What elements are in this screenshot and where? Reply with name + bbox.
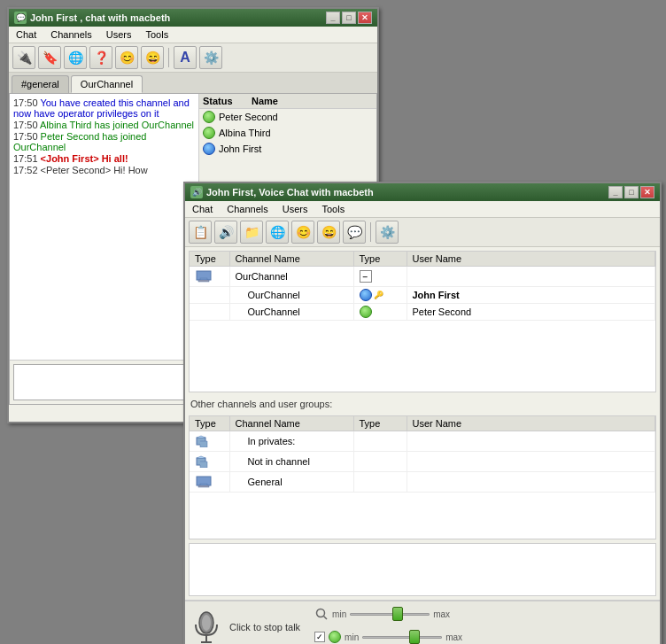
toolbar-separator [168, 48, 169, 67]
expand-icon[interactable]: − [360, 270, 372, 283]
channel-row-ourchannel[interactable]: OurChannel − [190, 267, 655, 287]
svg-rect-2 [198, 280, 209, 282]
vc-tool-6[interactable]: 😄 [317, 221, 340, 244]
tab-general[interactable]: #general [12, 75, 69, 93]
other-row-in-privates[interactable]: In privates: [190, 431, 655, 452]
search-icon [315, 608, 328, 620]
vc-main-table: Type Channel Name Type User Name [190, 252, 655, 321]
main-window-title: John First , chat with macbeth [30, 12, 170, 23]
magnifier-icon [314, 607, 329, 621]
other-col-type-2: Type [353, 416, 407, 431]
vc-menu-bar: Chat Channels Users Tools [185, 201, 660, 218]
vc-menu-users[interactable]: Users [279, 203, 312, 215]
user-row-john[interactable]: John First [199, 141, 376, 157]
channel-type-icon [190, 267, 229, 287]
slider2-min-label: min [345, 632, 359, 642]
tool-smiley[interactable]: 😊 [115, 46, 138, 69]
user-row-peter-vc[interactable]: OurChannel Peter Second [190, 304, 655, 321]
vc-maximize-button[interactable]: □ [624, 186, 639, 198]
slider-2[interactable] [362, 630, 442, 644]
tool-globe[interactable]: 🌐 [64, 46, 87, 69]
username-john: John First [219, 144, 261, 154]
status-col-header: Status [203, 96, 252, 106]
svg-rect-1 [200, 278, 207, 280]
slider-row-1: min max [314, 607, 462, 621]
menu-tools[interactable]: Tools [142, 28, 172, 41]
username-peter: Peter Second [219, 112, 278, 122]
message-1: 17:50 You have created this channel and … [13, 97, 195, 119]
sliders-container: min max ✓ min max [314, 607, 462, 644]
tool-smiley2[interactable]: 😄 [141, 46, 164, 69]
slider2-max-label: max [445, 632, 462, 642]
click-to-stop-label: Click to stop talk [229, 622, 300, 632]
slider-1[interactable] [350, 607, 430, 621]
vc-other-table: Type Channel Name Type User Name [190, 416, 655, 493]
user-row-john-vc[interactable]: OurChannel 🔑 John First [190, 287, 655, 304]
peter-status-icon [360, 306, 372, 318]
status-icon-albina [203, 127, 215, 139]
user-panel-header: Status Name [199, 94, 376, 109]
slider1-min-label: min [332, 609, 346, 619]
minimize-button[interactable]: _ [326, 12, 340, 24]
slider1-max-label: max [433, 609, 450, 619]
mic-icon-container [190, 607, 222, 644]
tool-text[interactable]: A [174, 46, 197, 69]
smiley-status [329, 631, 341, 643]
vc-toolbar-sep [370, 222, 371, 242]
vc-tool-1[interactable]: 📋 [189, 221, 212, 244]
username-john-vc: John First [407, 287, 655, 304]
tab-ourchannel[interactable]: OurChannel [71, 75, 143, 93]
tab-bar: #general OurChannel [9, 73, 377, 93]
channel-name-john: OurChannel [229, 287, 353, 304]
vc-menu-chat[interactable]: Chat [189, 203, 216, 215]
other-col-channel-name: Channel Name [229, 416, 353, 431]
channel-name-peter: OurChannel [229, 304, 353, 321]
vc-other-table-container: Type Channel Name Type User Name [189, 415, 656, 539]
vc-toolbar: 📋 🔊 📁 🌐 😊 😄 💬 ⚙️ [185, 218, 660, 247]
svg-point-12 [317, 609, 325, 617]
menu-users[interactable]: Users [103, 28, 136, 41]
username-albina: Albina Third [219, 128, 271, 138]
user-row-albina[interactable]: Albina Third [199, 125, 376, 141]
maximize-button[interactable]: □ [342, 12, 356, 24]
vc-empty-area [189, 543, 656, 596]
user-row-peter[interactable]: Peter Second [199, 109, 376, 125]
status-icon-john [203, 143, 215, 155]
message-5: 17:52 <Peter Second> Hi! How [13, 165, 195, 175]
chat-messages-panel[interactable]: 17:50 You have created this channel and … [10, 94, 199, 360]
vc-tool-5[interactable]: 😊 [291, 221, 314, 244]
checkbox-1[interactable]: ✓ [314, 632, 325, 642]
vc-tool-2[interactable]: 🔊 [214, 221, 237, 244]
vc-menu-channels[interactable]: Channels [223, 203, 271, 215]
main-menu-bar: Chat Channels Users Tools [9, 27, 377, 43]
other-channel-not-in: Not in channel [229, 452, 353, 472]
col-type-2: Type [353, 252, 407, 267]
vc-title-buttons: _ □ ✕ [608, 186, 654, 198]
menu-chat[interactable]: Chat [12, 28, 40, 41]
main-title-buttons: _ □ ✕ [326, 12, 372, 24]
main-window-icon: 💬 [14, 12, 27, 24]
other-col-user-name: User Name [407, 416, 655, 431]
col-user-name: User Name [407, 252, 655, 267]
vc-minimize-button[interactable]: _ [608, 186, 623, 198]
svg-line-13 [324, 617, 328, 620]
tool-bookmark[interactable]: 🔖 [38, 46, 61, 69]
svg-point-11 [202, 615, 211, 631]
close-button[interactable]: ✕ [358, 12, 372, 24]
tool-help[interactable]: ❓ [89, 46, 112, 69]
vc-close-button[interactable]: ✕ [640, 186, 654, 198]
message-3: 17:50 Peter Second has joined OurChannel [13, 131, 195, 152]
vc-title-bar: 🔊 John First, Voice Chat with macbeth _ … [185, 183, 660, 201]
vc-menu-tools[interactable]: Tools [318, 203, 348, 215]
other-row-general[interactable]: General [190, 472, 655, 493]
tool-settings[interactable]: ⚙️ [199, 46, 222, 69]
vc-tool-7[interactable]: 💬 [343, 221, 366, 244]
vc-tool-settings[interactable]: ⚙️ [376, 221, 399, 244]
other-channel-general: General [229, 472, 353, 493]
vc-tool-4[interactable]: 🌐 [266, 221, 289, 244]
other-row-not-in-channel[interactable]: Not in channel [190, 452, 655, 472]
tool-connect[interactable]: 🔌 [12, 46, 35, 69]
vc-window-title: John First, Voice Chat with macbeth [206, 187, 374, 198]
vc-tool-3[interactable]: 📁 [240, 221, 263, 244]
menu-channels[interactable]: Channels [47, 28, 95, 41]
